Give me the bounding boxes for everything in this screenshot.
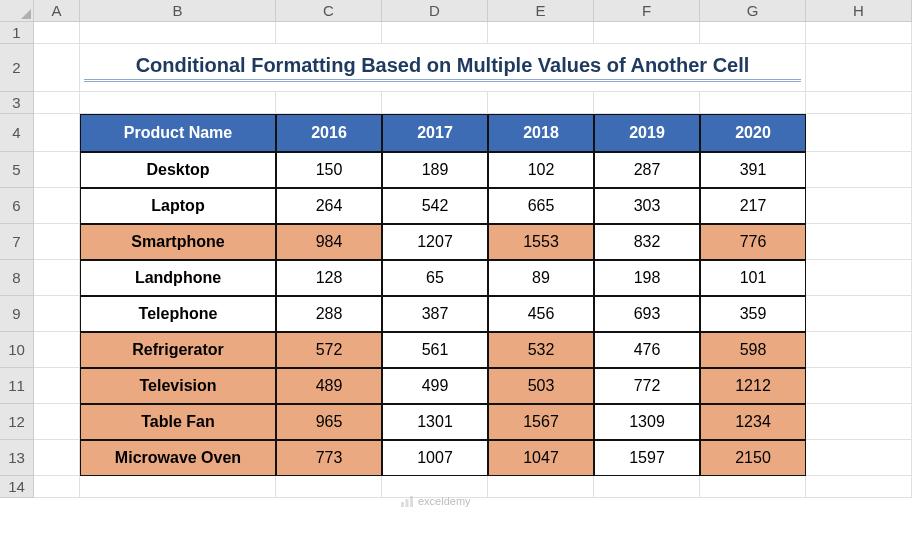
row-header-1[interactable]: 1: [0, 22, 34, 44]
value-cell[interactable]: 217: [700, 188, 806, 224]
product-name-cell[interactable]: Table Fan: [80, 404, 276, 440]
value-cell[interactable]: 1007: [382, 440, 488, 476]
cell[interactable]: [34, 44, 80, 92]
cell[interactable]: [806, 368, 912, 404]
cell[interactable]: [488, 22, 594, 44]
col-header-B[interactable]: B: [80, 0, 276, 22]
value-cell[interactable]: 456: [488, 296, 594, 332]
cell[interactable]: [700, 22, 806, 44]
value-cell[interactable]: 101: [700, 260, 806, 296]
value-cell[interactable]: 1207: [382, 224, 488, 260]
col-header-E[interactable]: E: [488, 0, 594, 22]
cell[interactable]: [594, 22, 700, 44]
cell[interactable]: [382, 22, 488, 44]
cell[interactable]: [806, 188, 912, 224]
value-cell[interactable]: 391: [700, 152, 806, 188]
product-name-cell[interactable]: Desktop: [80, 152, 276, 188]
cell[interactable]: [806, 332, 912, 368]
row-header-14[interactable]: 14: [0, 476, 34, 498]
row-header-11[interactable]: 11: [0, 368, 34, 404]
col-header-F[interactable]: F: [594, 0, 700, 22]
cell[interactable]: [806, 296, 912, 332]
cell[interactable]: [806, 476, 912, 498]
value-cell[interactable]: 89: [488, 260, 594, 296]
cell[interactable]: [34, 296, 80, 332]
value-cell[interactable]: 1047: [488, 440, 594, 476]
value-cell[interactable]: 476: [594, 332, 700, 368]
col-header-A[interactable]: A: [34, 0, 80, 22]
cell[interactable]: [34, 332, 80, 368]
cell[interactable]: [488, 476, 594, 498]
cell[interactable]: [34, 22, 80, 44]
cell[interactable]: [806, 224, 912, 260]
value-cell[interactable]: 303: [594, 188, 700, 224]
cell[interactable]: [806, 44, 912, 92]
cell[interactable]: [488, 92, 594, 114]
row-header-7[interactable]: 7: [0, 224, 34, 260]
cell[interactable]: [806, 152, 912, 188]
cell[interactable]: [806, 404, 912, 440]
cell[interactable]: [80, 476, 276, 498]
cell[interactable]: [276, 92, 382, 114]
row-header-8[interactable]: 8: [0, 260, 34, 296]
col-header-H[interactable]: H: [806, 0, 912, 22]
value-cell[interactable]: 665: [488, 188, 594, 224]
th-2016[interactable]: 2016: [276, 114, 382, 152]
row-header-12[interactable]: 12: [0, 404, 34, 440]
cell[interactable]: [34, 92, 80, 114]
row-header-3[interactable]: 3: [0, 92, 34, 114]
product-name-cell[interactable]: Smartphone: [80, 224, 276, 260]
value-cell[interactable]: 832: [594, 224, 700, 260]
row-header-5[interactable]: 5: [0, 152, 34, 188]
value-cell[interactable]: 150: [276, 152, 382, 188]
value-cell[interactable]: 984: [276, 224, 382, 260]
value-cell[interactable]: 503: [488, 368, 594, 404]
product-name-cell[interactable]: Landphone: [80, 260, 276, 296]
value-cell[interactable]: 1553: [488, 224, 594, 260]
value-cell[interactable]: 1309: [594, 404, 700, 440]
value-cell[interactable]: 102: [488, 152, 594, 188]
value-cell[interactable]: 1597: [594, 440, 700, 476]
cell[interactable]: [34, 476, 80, 498]
col-header-D[interactable]: D: [382, 0, 488, 22]
cell[interactable]: [34, 368, 80, 404]
row-header-6[interactable]: 6: [0, 188, 34, 224]
cell[interactable]: [276, 476, 382, 498]
cell[interactable]: [806, 114, 912, 152]
cell[interactable]: [34, 260, 80, 296]
value-cell[interactable]: 1212: [700, 368, 806, 404]
cell[interactable]: [806, 260, 912, 296]
value-cell[interactable]: 499: [382, 368, 488, 404]
value-cell[interactable]: 1567: [488, 404, 594, 440]
value-cell[interactable]: 287: [594, 152, 700, 188]
value-cell[interactable]: 128: [276, 260, 382, 296]
row-header-2[interactable]: 2: [0, 44, 34, 92]
cell[interactable]: [80, 92, 276, 114]
product-name-cell[interactable]: Telephone: [80, 296, 276, 332]
cell[interactable]: [806, 440, 912, 476]
cell[interactable]: [34, 224, 80, 260]
th-product[interactable]: Product Name: [80, 114, 276, 152]
cell[interactable]: [382, 92, 488, 114]
row-header-4[interactable]: 4: [0, 114, 34, 152]
value-cell[interactable]: 489: [276, 368, 382, 404]
cell[interactable]: [806, 92, 912, 114]
cell[interactable]: [594, 476, 700, 498]
value-cell[interactable]: 359: [700, 296, 806, 332]
value-cell[interactable]: 773: [276, 440, 382, 476]
row-header-9[interactable]: 9: [0, 296, 34, 332]
value-cell[interactable]: 776: [700, 224, 806, 260]
col-header-G[interactable]: G: [700, 0, 806, 22]
product-name-cell[interactable]: Refrigerator: [80, 332, 276, 368]
th-2020[interactable]: 2020: [700, 114, 806, 152]
value-cell[interactable]: 572: [276, 332, 382, 368]
value-cell[interactable]: 2150: [700, 440, 806, 476]
cell[interactable]: [80, 22, 276, 44]
cell[interactable]: [34, 188, 80, 224]
th-2018[interactable]: 2018: [488, 114, 594, 152]
value-cell[interactable]: 198: [594, 260, 700, 296]
cell[interactable]: [34, 440, 80, 476]
value-cell[interactable]: 772: [594, 368, 700, 404]
value-cell[interactable]: 561: [382, 332, 488, 368]
cell[interactable]: [276, 22, 382, 44]
